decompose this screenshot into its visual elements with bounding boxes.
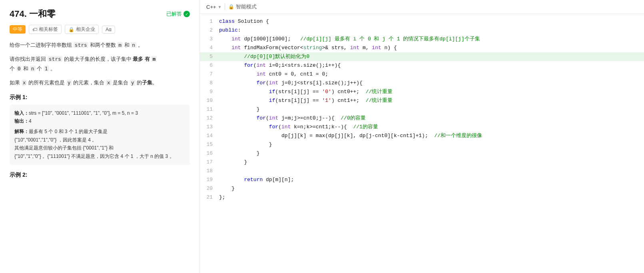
tag-icon: 🏷 xyxy=(32,27,37,32)
code-editor[interactable]: 1 class Solution { 2 public: 3 int dp[10… xyxy=(200,14,644,273)
code-line-18: 18 xyxy=(200,167,644,175)
problem-title: 474. 一和零 xyxy=(10,8,56,20)
code-line-15: 15 } xyxy=(200,140,644,149)
code-line-14: 14 dp[j][k] = max(dp[j][k], dp[j-cnt0][k… xyxy=(200,132,644,140)
editor-panel: C++ ▼ 🔒 智能模式 1 class Solution { 2 public… xyxy=(200,0,644,273)
code-line-10: 10 if(strs[i][j] == '1') cnt1++; //统计重量 xyxy=(200,96,644,105)
code-line-8: 8 for(int j=0;j<strs[i].size();j++){ xyxy=(200,79,644,88)
code-line-17: 17 } xyxy=(200,158,644,167)
code-line-20: 20 } xyxy=(200,184,644,193)
toolbar-separator xyxy=(225,4,225,10)
code-line-12: 12 for(int j=m;j>=cnt0;j--){ //0的容量 xyxy=(200,114,644,123)
editor-toolbar: C++ ▼ 🔒 智能模式 xyxy=(200,0,644,14)
difficulty-tag[interactable]: 中等 xyxy=(10,25,26,34)
language-selector[interactable]: C++ ▼ xyxy=(206,4,221,10)
related-company-button[interactable]: 🔒 相关企业 xyxy=(65,25,99,34)
smart-mode-indicator[interactable]: 🔒 智能模式 xyxy=(228,3,257,10)
code-line-6: 6 for(int i=0;i<strs.size();i++){ xyxy=(200,61,644,70)
example1-box: 输入：strs = ["10", "0001", "111001", "1", … xyxy=(10,104,190,165)
problem-panel: 474. 一和零 已解答 ✓ 中等 🏷 相关标签 🔒 相关企业 Aα 给你一个二… xyxy=(0,0,200,273)
solved-badge: 已解答 ✓ xyxy=(166,10,190,18)
code-line-3: 3 int dp[1000][1000]; //dp[i][j] 最多有 i 个… xyxy=(200,35,644,44)
code-line-9: 9 if(strs[i][j] == '0') cnt0++; //统计重量 xyxy=(200,88,644,96)
problem-description-3: 如果 x 的所有元素也是 y 的元素，集合 x 是集合 y 的子集。 xyxy=(10,78,190,87)
code-line-11: 11 } xyxy=(200,105,644,114)
code-line-7: 7 int cnt0 = 0, cnt1 = 0; xyxy=(200,70,644,79)
example1-title: 示例 1: xyxy=(10,94,190,101)
code-line-21: 21 }; xyxy=(200,193,644,202)
code-line-19: 19 return dp[m][n]; xyxy=(200,175,644,184)
example2-title: 示例 2: xyxy=(10,171,190,179)
solved-check-icon: ✓ xyxy=(183,11,190,17)
problem-description-2: 请你找出并返回 strs 的最大子集的长度，该子集中 最多 有 m 个 0 和 … xyxy=(10,54,190,73)
chevron-down-icon: ▼ xyxy=(218,5,222,9)
font-button[interactable]: Aα xyxy=(102,26,115,34)
code-line-5: 5 //dp[0][0]默认初始化为0 xyxy=(200,52,644,61)
code-line-16: 16 } xyxy=(200,149,644,158)
code-line-2: 2 public: xyxy=(200,26,644,35)
problem-header: 474. 一和零 已解答 ✓ xyxy=(10,8,190,20)
code-line-4: 4 int findMaxForm(vector<string>& strs, … xyxy=(200,44,644,52)
lock-icon: 🔒 xyxy=(228,4,234,10)
related-tags-button[interactable]: 🏷 相关标签 xyxy=(29,25,62,34)
code-line-1: 1 class Solution { xyxy=(200,17,644,26)
lock-icon: 🔒 xyxy=(68,27,74,32)
tags-row: 中等 🏷 相关标签 🔒 相关企业 Aα xyxy=(10,25,190,34)
problem-description-1: 给你一个二进制字符串数组 strs 和两个整数 m 和 n 。 xyxy=(10,40,190,50)
code-line-13: 13 for(int k=n;k>=cnt1;k--){ //1的容量 xyxy=(200,123,644,132)
